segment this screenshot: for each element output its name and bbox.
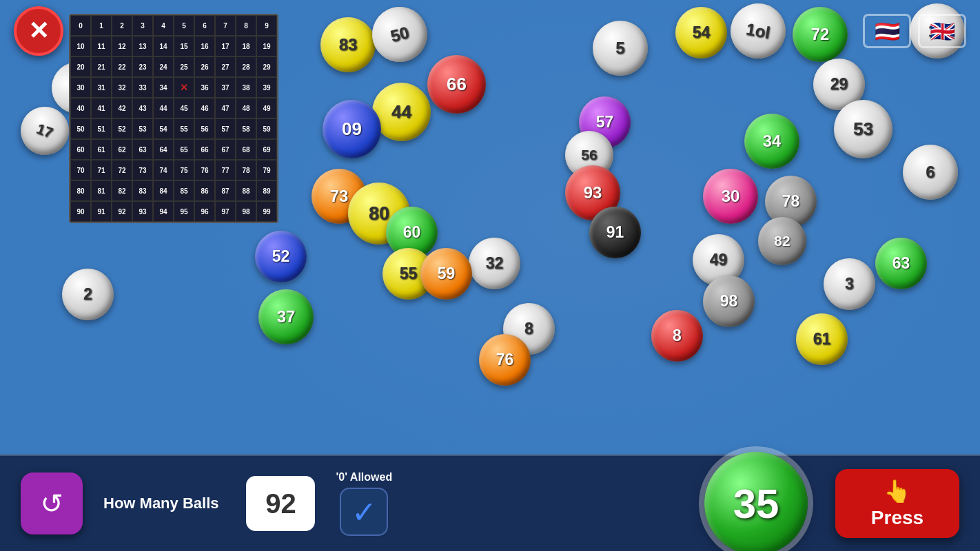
ball-14[interactable]: 34 (744, 114, 799, 169)
grid-cell-78[interactable]: 78 (236, 160, 256, 180)
ball-38[interactable]: 76 (479, 334, 531, 386)
grid-cell-98[interactable]: 98 (236, 201, 256, 222)
grid-cell-83[interactable]: 83 (132, 180, 153, 201)
ball-24[interactable]: 91 (589, 207, 641, 258)
ball-33[interactable]: 59 (420, 248, 472, 300)
grid-cell-32[interactable]: 32 (112, 77, 132, 98)
grid-cell-54[interactable]: 54 (153, 118, 174, 139)
grid-cell-93[interactable]: 93 (132, 201, 153, 222)
press-label: Press (871, 507, 923, 529)
ball-28[interactable]: 3 (824, 258, 875, 310)
grid-cell-73[interactable]: 73 (132, 160, 153, 180)
grid-cell-41[interactable]: 41 (91, 98, 112, 118)
ball-30[interactable]: 52 (255, 231, 307, 282)
grid-cell-53[interactable]: 53 (132, 118, 153, 139)
ball-27[interactable]: 98 (703, 276, 755, 327)
ball-4[interactable]: 66 (427, 55, 486, 114)
grid-cell-99[interactable]: 99 (256, 201, 277, 222)
grid-cell-65[interactable]: 65 (174, 139, 194, 160)
grid-cell-64[interactable]: 64 (153, 139, 174, 160)
grid-cell-39[interactable]: 39 (256, 77, 277, 98)
zero-allowed-checkbox[interactable]: ✓ (340, 488, 388, 536)
close-button[interactable]: ✕ (14, 6, 63, 56)
grid-cell-91[interactable]: 91 (91, 201, 112, 222)
grid-cell-67[interactable]: 67 (215, 139, 236, 160)
grid-cell-70[interactable]: 70 (70, 160, 91, 180)
grid-cell-95[interactable]: 95 (174, 201, 194, 222)
refresh-button[interactable]: ↻ (21, 472, 83, 534)
grid-cell-89[interactable]: 89 (256, 180, 277, 201)
grid-cell-45[interactable]: 45 (174, 98, 194, 118)
grid-cell-86[interactable]: 86 (194, 180, 215, 201)
grid-cell-62[interactable]: 62 (112, 139, 132, 160)
grid-cell-56[interactable]: 56 (194, 118, 215, 139)
grid-cell-50[interactable]: 50 (70, 118, 91, 139)
grid-cell-55[interactable]: 55 (174, 118, 194, 139)
grid-cell-58[interactable]: 58 (236, 118, 256, 139)
grid-cell-31[interactable]: 31 (91, 77, 112, 98)
grid-cell-92[interactable]: 92 (112, 201, 132, 222)
grid-cell-30[interactable]: 30 (70, 77, 91, 98)
ball-37[interactable]: 61 (796, 313, 848, 365)
grid-cell-38[interactable]: 38 (236, 77, 256, 98)
grid-cell-77[interactable]: 77 (215, 160, 236, 180)
ball-6[interactable]: 09 (323, 100, 381, 158)
top-bar: ✕ 🇹🇭 🇬🇧 (0, 0, 980, 62)
grid-cell-35[interactable] (174, 77, 194, 98)
grid-cell-84[interactable]: 84 (153, 180, 174, 201)
grid-cell-79[interactable]: 79 (256, 160, 277, 180)
ball-19[interactable]: 30 (703, 169, 758, 224)
grid-cell-59[interactable]: 59 (256, 118, 277, 139)
grid-cell-44[interactable]: 44 (153, 98, 174, 118)
grid-cell-87[interactable]: 87 (215, 180, 236, 201)
ball-12[interactable]: 53 (834, 100, 892, 158)
press-button[interactable]: 👆 Press (835, 469, 959, 538)
ball-count-display[interactable]: 92 (246, 476, 315, 531)
grid-cell-75[interactable]: 75 (174, 160, 194, 180)
grid-cell-34[interactable]: 34 (153, 77, 174, 98)
grid-cell-51[interactable]: 51 (91, 118, 112, 139)
ball-29[interactable]: 63 (875, 238, 927, 289)
grid-cell-60[interactable]: 60 (70, 139, 91, 160)
grid-cell-94[interactable]: 94 (153, 201, 174, 222)
grid-cell-63[interactable]: 63 (132, 139, 153, 160)
grid-cell-49[interactable]: 49 (256, 98, 277, 118)
grid-cell-40[interactable]: 40 (70, 98, 91, 118)
grid-cell-66[interactable]: 66 (194, 139, 215, 160)
how-many-label: How Many Balls (103, 495, 218, 512)
grid-cell-90[interactable]: 90 (70, 201, 91, 222)
thai-flag-button[interactable]: 🇹🇭 (863, 14, 911, 48)
grid-cell-36[interactable]: 36 (194, 77, 215, 98)
grid-cell-96[interactable]: 96 (194, 201, 215, 222)
grid-cell-68[interactable]: 68 (236, 139, 256, 160)
grid-cell-57[interactable]: 57 (215, 118, 236, 139)
ball-34[interactable]: 37 (258, 289, 314, 344)
ball-35[interactable]: 2 (62, 269, 114, 320)
grid-cell-72[interactable]: 72 (112, 160, 132, 180)
ball-5[interactable]: 44 (372, 83, 431, 141)
grid-cell-42[interactable]: 42 (112, 98, 132, 118)
grid-cell-82[interactable]: 82 (112, 180, 132, 201)
grid-cell-71[interactable]: 71 (91, 160, 112, 180)
grid-cell-61[interactable]: 61 (91, 139, 112, 160)
grid-cell-33[interactable]: 33 (132, 77, 153, 98)
uk-flag-button[interactable]: 🇬🇧 (918, 14, 966, 48)
grid-cell-47[interactable]: 47 (215, 98, 236, 118)
grid-cell-46[interactable]: 46 (194, 98, 215, 118)
grid-cell-97[interactable]: 97 (215, 201, 236, 222)
grid-cell-37[interactable]: 37 (215, 77, 236, 98)
ball-31[interactable]: 32 (469, 238, 520, 289)
grid-cell-80[interactable]: 80 (70, 180, 91, 201)
grid-cell-81[interactable]: 81 (91, 180, 112, 201)
grid-cell-69[interactable]: 69 (256, 139, 277, 160)
ball-39[interactable]: 8 (651, 310, 703, 362)
ball-15[interactable]: 6 (903, 145, 958, 200)
grid-cell-85[interactable]: 85 (174, 180, 194, 201)
grid-cell-74[interactable]: 74 (153, 160, 174, 180)
grid-cell-76[interactable]: 76 (194, 160, 215, 180)
grid-cell-48[interactable]: 48 (236, 98, 256, 118)
grid-cell-52[interactable]: 52 (112, 118, 132, 139)
grid-cell-43[interactable]: 43 (132, 98, 153, 118)
ball-25[interactable]: 82 (758, 217, 806, 265)
grid-cell-88[interactable]: 88 (236, 180, 256, 201)
